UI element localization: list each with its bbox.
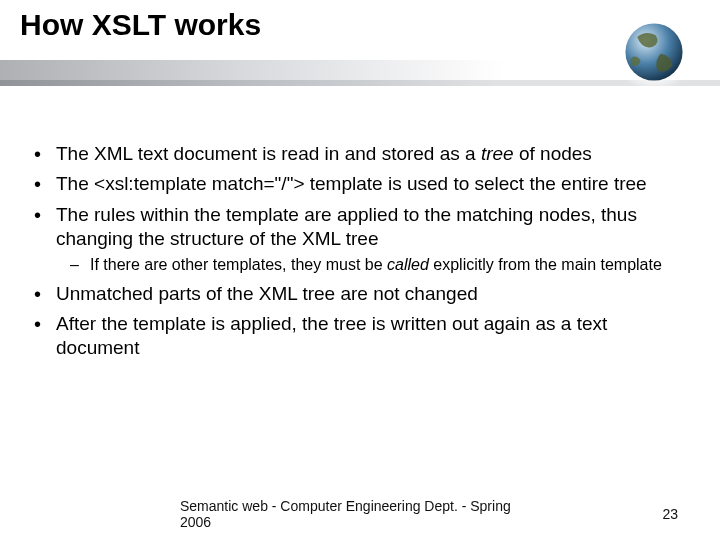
slide-title: How XSLT works (20, 8, 700, 42)
text: explicitly from the main template (429, 256, 662, 273)
text: of nodes (514, 143, 592, 164)
text: The XML text document is read in and sto… (56, 143, 481, 164)
code-text: <xsl:template match="/"> (94, 173, 304, 194)
svg-point-1 (625, 23, 682, 80)
italic-text: tree (481, 143, 514, 164)
footer-text: Semantic web - Computer Engineering Dept… (180, 498, 540, 530)
bullet-item: The <xsl:template match="/"> template is… (34, 172, 686, 196)
text: template is used to select the entire tr… (304, 173, 646, 194)
bullet-item: The XML text document is read in and sto… (34, 142, 686, 166)
bullet-list: The XML text document is read in and sto… (34, 142, 686, 361)
bullet-item: After the template is applied, the tree … (34, 312, 686, 361)
bullet-item: Unmatched parts of the XML tree are not … (34, 282, 686, 306)
sub-bullet-item: If there are other templates, they must … (70, 255, 686, 275)
text: After the template is applied, the tree … (56, 313, 607, 358)
page-number: 23 (662, 506, 678, 522)
title-bar: How XSLT works (0, 0, 720, 86)
footer: Semantic web - Computer Engineering Dept… (0, 502, 720, 526)
slide: How XSLT works (0, 0, 720, 540)
text: The (56, 173, 94, 194)
bullet-item: The rules within the template are applie… (34, 203, 686, 276)
text: The rules within the template are applie… (56, 204, 637, 249)
globe-icon (612, 10, 696, 94)
content-area: The XML text document is read in and sto… (0, 86, 720, 361)
text: Unmatched parts of the XML tree are not … (56, 283, 478, 304)
italic-text: called (387, 256, 429, 273)
text: If there are other templates, they must … (90, 256, 387, 273)
sub-bullet-list: If there are other templates, they must … (70, 255, 686, 275)
